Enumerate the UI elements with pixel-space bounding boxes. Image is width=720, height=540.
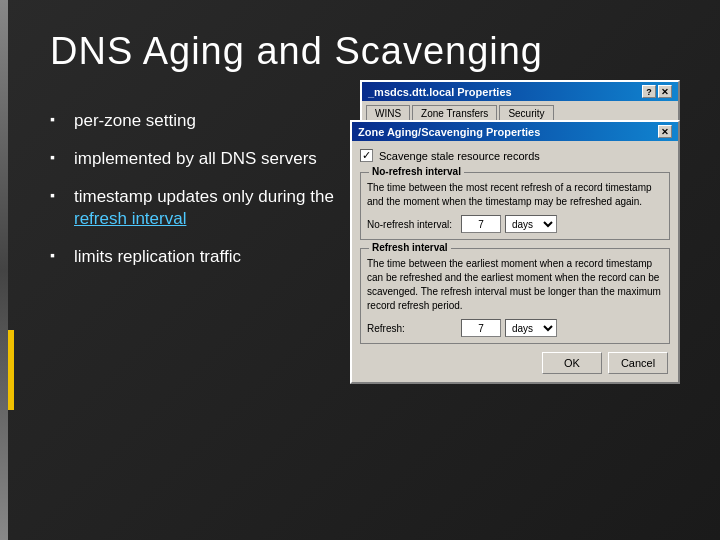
- no-refresh-group: No-refresh interval The time between the…: [360, 172, 670, 240]
- tab-zone-transfers[interactable]: Zone Transfers: [412, 105, 497, 121]
- properties-titlebar: _msdcs.dtt.local Properties ? ✕: [362, 82, 678, 101]
- no-refresh-input[interactable]: [461, 215, 501, 233]
- aging-dialog[interactable]: Zone Aging/Scavenging Properties ✕ ✓ Sca…: [350, 120, 680, 384]
- no-refresh-description: The time between the most recent refresh…: [367, 181, 663, 209]
- tabs-row1: WINS Zone Transfers Security: [362, 101, 678, 121]
- help-button[interactable]: ?: [642, 85, 656, 98]
- list-item: per-zone setting: [50, 110, 370, 132]
- aging-titlebar: Zone Aging/Scavenging Properties ✕: [352, 122, 678, 141]
- refresh-unit-select[interactable]: days hours: [505, 319, 557, 337]
- refresh-description: The time between the earliest moment whe…: [367, 257, 663, 313]
- aging-body: ✓ Scavenge stale resource records No-ref…: [352, 141, 678, 382]
- win-controls: ? ✕: [642, 85, 672, 98]
- aging-close-button[interactable]: ✕: [658, 125, 672, 138]
- refresh-group: Refresh interval The time between the ea…: [360, 248, 670, 344]
- refresh-group-label: Refresh interval: [369, 242, 451, 253]
- bullet-list: per-zone setting implemented by all DNS …: [50, 110, 370, 284]
- no-refresh-field-label: No-refresh interval:: [367, 219, 457, 230]
- dialog-buttons: OK Cancel: [360, 352, 670, 374]
- no-refresh-group-label: No-refresh interval: [369, 166, 464, 177]
- refresh-input[interactable]: [461, 319, 501, 337]
- ok-button[interactable]: OK: [542, 352, 602, 374]
- refresh-field-label: Refresh:: [367, 323, 457, 334]
- no-refresh-input-row: No-refresh interval: days hours: [367, 215, 663, 233]
- cancel-button[interactable]: Cancel: [608, 352, 668, 374]
- properties-title: _msdcs.dtt.local Properties: [368, 86, 512, 98]
- accent-bar: [0, 0, 8, 540]
- scavenge-checkbox[interactable]: ✓: [360, 149, 373, 162]
- yellow-stripe-accent: [8, 330, 14, 410]
- list-item: timestamp updates only during the refres…: [50, 186, 370, 230]
- tab-wins[interactable]: WINS: [366, 105, 410, 121]
- page-title: DNS Aging and Scavenging: [50, 30, 543, 73]
- tab-security[interactable]: Security: [499, 105, 553, 121]
- list-item: implemented by all DNS servers: [50, 148, 370, 170]
- scavenge-label: Scavenge stale resource records: [379, 150, 540, 162]
- scavenge-row[interactable]: ✓ Scavenge stale resource records: [360, 149, 670, 162]
- refresh-input-row: Refresh: days hours: [367, 319, 663, 337]
- close-button[interactable]: ✕: [658, 85, 672, 98]
- slide: DNS Aging and Scavenging per-zone settin…: [0, 0, 720, 540]
- no-refresh-unit-select[interactable]: days hours: [505, 215, 557, 233]
- aging-title: Zone Aging/Scavenging Properties: [358, 126, 540, 138]
- list-item: limits replication traffic: [50, 246, 370, 268]
